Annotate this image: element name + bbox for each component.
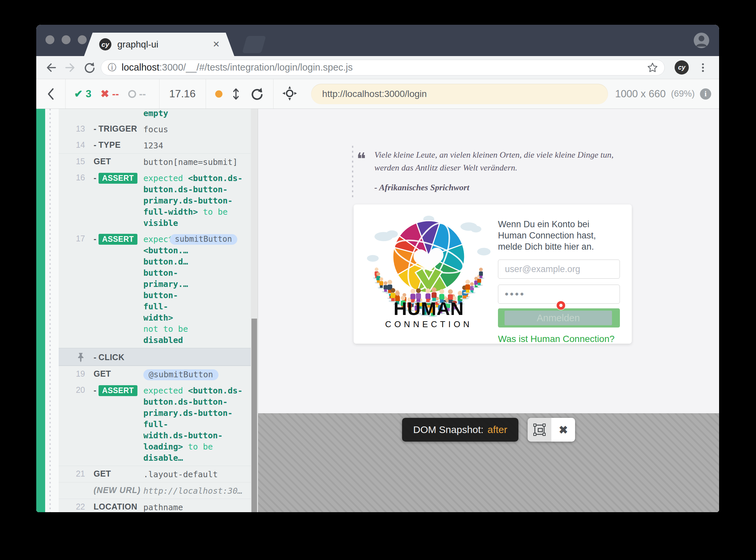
- assert-badge: ASSERT: [99, 173, 138, 184]
- command-message: [143, 357, 251, 358]
- snapshot-hatched-area: DOM Snapshot: after: [258, 413, 719, 512]
- command-number: 21: [59, 468, 85, 479]
- browser-menu-button[interactable]: [693, 60, 713, 75]
- viewport-info-icon[interactable]: i: [700, 88, 711, 100]
- collapse-reporter-button[interactable]: [36, 87, 65, 101]
- command-row[interactable]: 19GET@submitButton: [59, 366, 251, 382]
- selector-playground-button[interactable]: [274, 86, 306, 102]
- command-method: -TRIGGER: [85, 123, 143, 134]
- highlight-regions-icon: [533, 423, 546, 436]
- runner-controls: [206, 87, 273, 101]
- reload-button[interactable]: [80, 60, 99, 75]
- command-number: 14: [59, 139, 85, 150]
- command-number: 20: [59, 384, 85, 395]
- command-row[interactable]: 13-TRIGGERfocus: [59, 121, 251, 137]
- person-icon: [694, 33, 709, 48]
- profile-avatar[interactable]: [694, 33, 709, 48]
- command-number: [59, 351, 85, 362]
- passed-stat: ✔3: [74, 88, 91, 100]
- command-list: empty13-TRIGGERfocus14-TYPE123415GETbutt…: [59, 109, 251, 512]
- command-log-panel: empty13-TRIGGERfocus14-TYPE123415GETbutt…: [36, 109, 258, 512]
- cypress-extension-icon[interactable]: cy: [675, 60, 689, 75]
- test-stats: ✔3 ✖-- --: [66, 79, 159, 108]
- submit-button[interactable]: Anmelden: [498, 308, 620, 327]
- command-row[interactable]: 17-ASSERTexpected<button.…button.d…butto…: [59, 231, 251, 348]
- browser-window: cy graphql-ui ✕: [36, 25, 719, 512]
- page-info-icon[interactable]: ⓘ: [108, 62, 116, 73]
- test-duration: 17.16: [160, 88, 206, 100]
- close-icon: ✖: [559, 423, 568, 436]
- toggle-highlights-button[interactable]: [528, 418, 551, 442]
- command-row[interactable]: 21GET.layout-default: [59, 466, 251, 482]
- viewport-info: 1000 x 660 (69%) i: [613, 88, 719, 100]
- pending-stat: --: [128, 88, 146, 100]
- command-method: (NEW URL): [85, 484, 143, 495]
- back-button[interactable]: [42, 60, 61, 75]
- x-icon: ✖: [101, 88, 109, 100]
- pin-icon[interactable]: [77, 353, 85, 362]
- url-host: localhost: [122, 62, 159, 73]
- screen: cy graphql-ui ✕: [0, 0, 756, 560]
- command-number: 15: [59, 156, 85, 166]
- command-row[interactable]: 14-TYPE1234: [59, 137, 251, 153]
- what-is-link[interactable]: Was ist Human Connection?: [498, 334, 615, 344]
- new-tab-button[interactable]: [242, 36, 266, 53]
- scroll-updown-icon[interactable]: [230, 87, 241, 101]
- failed-stat: ✖--: [101, 88, 119, 100]
- snapshot-state: after: [487, 424, 507, 435]
- command-method: GET: [85, 368, 143, 379]
- url-path: :3000/__/#/tests/integration/login/login…: [159, 62, 353, 73]
- command-method: -CLICK: [85, 352, 143, 362]
- minimize-window-button[interactable]: [62, 35, 70, 44]
- command-row[interactable]: 20-ASSERTexpected <button.ds-button.ds-b…: [59, 382, 251, 466]
- command-message: expected<button.…button.d…button-primary…: [143, 233, 251, 346]
- tab-close-icon[interactable]: ✕: [213, 39, 220, 49]
- command-number: 19: [59, 368, 85, 379]
- browser-tab[interactable]: cy graphql-ui ✕: [84, 33, 234, 56]
- forward-button[interactable]: [61, 60, 80, 75]
- aut-url[interactable]: http://localhost:3000/login: [311, 84, 608, 104]
- cypress-runner-toolbar: ✔3 ✖-- -- 17.16: [36, 79, 719, 109]
- quote-mark-icon: ❝: [357, 151, 366, 193]
- command-row[interactable]: (NEW URL)http://localhost:30…: [59, 482, 251, 499]
- command-message: 1234: [143, 139, 251, 152]
- command-row[interactable]: -CLICK: [59, 348, 251, 366]
- browser-title-bar: cy graphql-ui ✕: [36, 25, 719, 56]
- autoscroll-dot-icon: [215, 91, 223, 98]
- test-pass-strip: [36, 109, 45, 512]
- email-input[interactable]: [498, 260, 620, 279]
- login-intro-text: Wenn Du ein Konto bei Human Connection h…: [498, 219, 620, 252]
- command-row[interactable]: 22LOCATIONpathname: [59, 499, 251, 512]
- dom-snapshot-message: DOM Snapshot: after: [402, 418, 518, 442]
- command-row[interactable]: empty: [59, 109, 251, 121]
- command-number: 17: [59, 233, 85, 243]
- command-method: LOCATION: [85, 501, 143, 512]
- command-message: button[name=submit]: [143, 156, 251, 168]
- reload-icon: [83, 61, 96, 74]
- chevron-left-icon: [45, 87, 57, 101]
- scrollbar-thumb[interactable]: [251, 319, 257, 512]
- logo-column: HUMAN CONNECTION: [354, 204, 498, 344]
- command-method: -ASSERT: [85, 172, 143, 184]
- address-bar[interactable]: ⓘ localhost:3000/__/#/tests/integration/…: [101, 60, 665, 76]
- command-method: -ASSERT: [85, 233, 143, 245]
- command-method: -ASSERT: [85, 384, 143, 396]
- rerun-tests-icon[interactable]: [250, 87, 264, 101]
- command-row[interactable]: 16-ASSERTexpected <button.ds-button.ds-b…: [59, 170, 251, 231]
- command-number: 22: [59, 501, 85, 512]
- quote-dotted-border: [352, 146, 353, 199]
- command-message: expected <button.ds-button.ds-button-pri…: [143, 384, 251, 464]
- tab-title: graphql-ui: [117, 39, 213, 50]
- maximize-window-button[interactable]: [78, 35, 87, 44]
- bookmark-star-icon[interactable]: [647, 62, 658, 74]
- command-row[interactable]: 15GETbutton[name=submit]: [59, 153, 251, 170]
- address-url: localhost:3000/__/#/tests/integration/lo…: [122, 62, 647, 73]
- viewport-zoom: (69%): [671, 89, 695, 99]
- submit-button-label: Anmelden: [537, 313, 580, 323]
- password-input[interactable]: [498, 285, 620, 304]
- assert-badge: ASSERT: [99, 234, 138, 245]
- command-message: @submitButton: [143, 368, 251, 380]
- close-snapshot-button[interactable]: ✖: [551, 418, 575, 442]
- forward-arrow-icon: [64, 61, 77, 74]
- close-window-button[interactable]: [45, 35, 55, 44]
